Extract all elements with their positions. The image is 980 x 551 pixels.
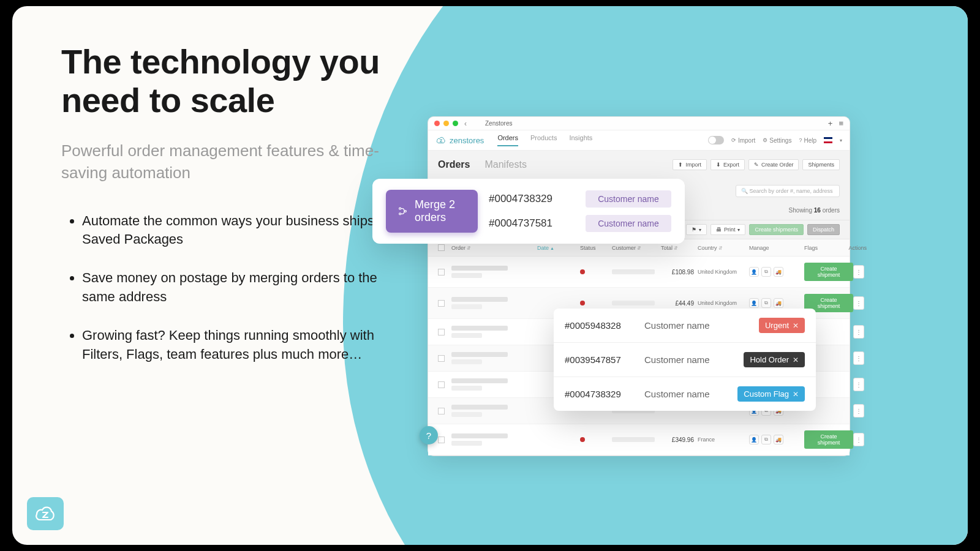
remove-flag-icon[interactable]: ✕ xyxy=(793,356,799,364)
download-icon: ⬇ xyxy=(716,162,721,168)
customer-skeleton xyxy=(612,437,655,442)
window-title: Zenstores xyxy=(485,120,824,127)
order-number-skeleton xyxy=(451,378,508,383)
row-actions-menu[interactable]: ⋮ xyxy=(853,351,864,365)
subtab-manifests[interactable]: Manifests xyxy=(484,159,526,170)
order-date-skeleton xyxy=(451,441,482,446)
maximize-icon[interactable] xyxy=(453,121,458,126)
col-customer[interactable]: Customer xyxy=(612,245,661,251)
manage-user-icon[interactable]: 👤 xyxy=(749,435,759,444)
bullet-3: Growing fast? Keep things running smooth… xyxy=(82,326,404,364)
manage-user-icon[interactable]: 👤 xyxy=(749,267,759,277)
titlebar: ‹ Zenstores + ≡ xyxy=(428,117,850,130)
row-checkbox[interactable] xyxy=(438,408,445,414)
menu-icon[interactable]: ≡ xyxy=(839,119,843,128)
minimize-icon[interactable] xyxy=(443,121,449,126)
row-checkbox[interactable] xyxy=(438,437,445,443)
row-actions-menu[interactable]: ⋮ xyxy=(853,433,864,446)
btn-create-order[interactable]: ✎Create Order xyxy=(748,159,799,170)
row-actions-menu[interactable]: ⋮ xyxy=(853,296,864,310)
table-row: £349.96 France 👤 ⧉ 🚚 Create shipment ⋮ xyxy=(428,424,850,455)
btn-print[interactable]: 🖶Print xyxy=(710,224,746,235)
row-checkbox[interactable] xyxy=(438,355,445,362)
row-checkbox[interactable] xyxy=(438,300,445,307)
row-checkbox[interactable] xyxy=(438,329,445,335)
table-row: £108.98 United Kingdom 👤 ⧉ 🚚 Create ship… xyxy=(428,257,850,288)
add-icon[interactable]: + xyxy=(828,119,833,128)
manage-truck-icon[interactable]: 🚚 xyxy=(774,435,783,444)
flag-customer: Customer name xyxy=(644,354,744,365)
nav-tab-products[interactable]: Products xyxy=(530,134,557,146)
toolbar-import[interactable]: ⟳Import xyxy=(731,137,755,144)
merge-orders-card: #0004738329 Customer name Merge 2 orders… xyxy=(372,179,685,244)
col-status[interactable]: Status xyxy=(580,245,612,251)
toolbar-help[interactable]: ?Help xyxy=(799,137,816,144)
status-dot-icon xyxy=(580,301,585,305)
back-chevron-icon[interactable]: ‹ xyxy=(464,119,467,128)
row-actions-menu[interactable]: ⋮ xyxy=(853,378,864,391)
create-shipment-button[interactable]: Create shipment xyxy=(804,263,853,281)
merge-orders-button[interactable]: Merge 2 orders xyxy=(386,190,478,233)
order-number-skeleton xyxy=(451,433,508,438)
col-country[interactable]: Country xyxy=(698,245,749,251)
row-actions-menu[interactable]: ⋮ xyxy=(853,265,864,279)
select-all-checkbox[interactable] xyxy=(438,244,445,251)
manage-user-icon[interactable]: 👤 xyxy=(749,298,759,308)
sub-navigation: Orders Manifests ⬆Import ⬇Export ✎Create… xyxy=(428,151,850,179)
create-shipment-button[interactable]: Create shipment xyxy=(804,430,853,449)
toolbar-settings[interactable]: ⚙Settings xyxy=(763,137,791,144)
search-input[interactable]: Search by order #, name, address xyxy=(736,185,840,197)
row-checkbox[interactable] xyxy=(438,381,445,388)
col-flags: Flags xyxy=(804,245,818,251)
flag-tag-hold[interactable]: Hold Order✕ xyxy=(744,352,805,367)
help-fab[interactable]: ? xyxy=(420,426,438,444)
refresh-icon: ⟳ xyxy=(731,137,736,143)
manage-cell: 👤 ⧉ 🚚 xyxy=(749,435,804,444)
btn-flag[interactable]: ⚑ xyxy=(686,224,707,235)
btn-import[interactable]: ⬆Import xyxy=(673,159,707,170)
col-total[interactable]: Total xyxy=(661,245,698,251)
order-number-skeleton xyxy=(451,297,508,302)
order-country: France xyxy=(698,437,749,443)
close-icon[interactable] xyxy=(434,121,440,126)
flag-tag-custom[interactable]: Custom Flag✕ xyxy=(737,386,805,402)
manage-copy-icon[interactable]: ⧉ xyxy=(761,267,771,277)
help-circle-icon: ? xyxy=(426,430,431,441)
manage-copy-icon[interactable]: ⧉ xyxy=(761,298,771,308)
order-date-skeleton xyxy=(451,304,482,309)
nav-tab-orders[interactable]: Orders xyxy=(497,134,518,146)
subtab-orders[interactable]: Orders xyxy=(438,159,470,170)
flag-customer: Customer name xyxy=(644,389,737,399)
remove-flag-icon[interactable]: ✕ xyxy=(793,321,799,330)
manage-truck-icon[interactable]: 🚚 xyxy=(774,267,783,277)
row-actions-menu[interactable]: ⋮ xyxy=(853,404,864,418)
nav-tab-insights[interactable]: Insights xyxy=(569,134,592,146)
locale-flag-uk-icon[interactable] xyxy=(824,137,832,143)
flag-row: #0005948328 Customer name Urgent✕ xyxy=(554,309,816,343)
brand-logo[interactable]: zenstores xyxy=(435,136,484,145)
col-date[interactable]: Date xyxy=(537,245,580,251)
flags-card: #0005948328 Customer name Urgent✕ #00395… xyxy=(554,309,816,411)
locale-chevron-icon[interactable]: ▾ xyxy=(840,138,842,143)
flag-icon: ⚑ xyxy=(692,227,696,233)
row-actions-menu[interactable]: ⋮ xyxy=(853,325,864,339)
manage-truck-icon[interactable]: 🚚 xyxy=(774,298,783,308)
flag-tag-urgent[interactable]: Urgent✕ xyxy=(759,318,805,333)
order-total: £44.49 xyxy=(661,300,698,307)
flag-row: #0039547857 Customer name Hold Order✕ xyxy=(554,343,816,377)
btn-export[interactable]: ⬇Export xyxy=(710,159,745,170)
customer-skeleton xyxy=(612,301,655,305)
zenstores-logo-badge xyxy=(27,497,64,530)
remove-flag-icon[interactable]: ✕ xyxy=(793,390,799,399)
manage-copy-icon[interactable]: ⧉ xyxy=(761,435,771,444)
subheadline: Powerful order management features & tim… xyxy=(61,140,404,183)
btn-shipments[interactable]: Shipments xyxy=(802,159,840,170)
row-checkbox[interactable] xyxy=(438,269,445,276)
merge-icon xyxy=(398,204,407,218)
btn-create-shipments[interactable]: Create shipments xyxy=(749,224,804,235)
dark-mode-toggle[interactable] xyxy=(708,136,724,144)
order-date-skeleton xyxy=(451,333,482,338)
order-date-skeleton xyxy=(451,273,482,278)
btn-dispatch[interactable]: Dispatch xyxy=(807,224,840,235)
col-order[interactable]: Order xyxy=(451,245,537,251)
